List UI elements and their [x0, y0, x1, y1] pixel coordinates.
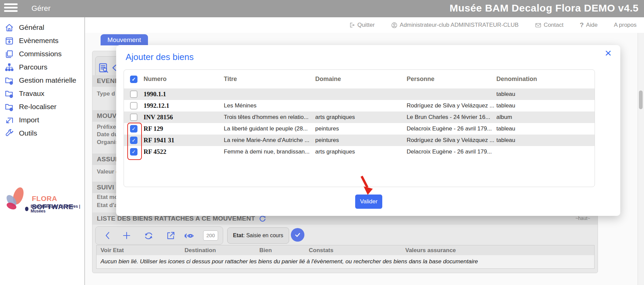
utility-nav: Quitter Administrateur-club ADMINISTRATE…: [85, 17, 644, 33]
col-destination: Destination: [185, 247, 259, 254]
chevron-left-icon[interactable]: [103, 231, 112, 240]
biens-toolbar-icons: 200: [95, 226, 223, 245]
biens-table: Voir Etat Destination Bien Constats Vale…: [96, 245, 595, 269]
cell-denomination: tableau: [496, 102, 595, 109]
scrollbar-thumb[interactable]: [639, 90, 643, 109]
red-arrow-annotation: [357, 175, 376, 197]
cell-personne: Rodríguez de Silva y Velázquez ...: [407, 137, 496, 144]
sidebar-item-gestion-materielle[interactable]: Gestion matérielle: [5, 76, 76, 85]
tab-mouvement[interactable]: Mouvement: [101, 34, 148, 45]
label-type: Type d: [97, 90, 115, 97]
biens-toolbar: 200 Etat : Saisie en cours: [95, 226, 600, 245]
cell-numero: RF 1941 31: [144, 137, 224, 144]
vertical-scrollbar[interactable]: [638, 33, 644, 285]
hamburger-menu-icon[interactable]: [4, 3, 18, 14]
col-bien: Bien: [259, 247, 309, 254]
col-voir-etat: Voir Etat: [101, 247, 185, 254]
sidebar-item-evenements[interactable]: Evènements: [5, 36, 76, 45]
pages-icon: [5, 49, 14, 59]
modal-title: Ajouter des biens: [126, 52, 194, 62]
gerer-menu-label[interactable]: Gérer: [31, 4, 50, 13]
row-checkbox[interactable]: [130, 114, 137, 121]
cell-denomination: tableau: [496, 137, 595, 144]
exit-icon: [349, 22, 355, 28]
wrench-icon: [5, 129, 14, 138]
cell-titre: Les Ménines: [224, 102, 315, 109]
cell-personne: Le Brun Charles - 24 février 16...: [407, 114, 496, 121]
biens-table-header: Voir Etat Destination Bien Constats Vale…: [96, 245, 594, 255]
sidebar-item-import[interactable]: Import: [5, 115, 76, 125]
aide-button[interactable]: ? Aide: [580, 21, 598, 29]
select-all-checkbox[interactable]: ✓: [130, 76, 137, 83]
sidebar: Général Evènements Commissions Parcours …: [0, 17, 85, 285]
count-input[interactable]: 200: [203, 230, 218, 241]
modal-table-row[interactable]: ✓RF 4522Femme à demi nue, brandissan...a…: [124, 146, 595, 158]
quitter-button[interactable]: Quitter: [349, 22, 375, 28]
sidebar-item-re-localiser[interactable]: Re-localiser: [5, 102, 76, 111]
row-checkbox[interactable]: [130, 102, 137, 109]
cell-numero: RF 4522: [144, 148, 224, 156]
modal-table: ✓ Numero Titre Domaine Personne Denomina…: [124, 69, 595, 187]
cell-titre: La reine Marie-Anne d'Autriche ...: [224, 137, 315, 144]
label-etat-mo: Etat mo: [97, 194, 118, 201]
sitemap-icon: [5, 63, 14, 72]
app-window: Gérer Musée BAM Decalog Flora DEMO v4.5 …: [0, 0, 644, 285]
sidebar-item-general[interactable]: Général: [5, 23, 76, 32]
a-propos-button[interactable]: A propos: [614, 22, 637, 28]
cell-domaine: peintures: [315, 125, 407, 132]
modal-table-row[interactable]: 1992.12.1Les MéninesRodríguez de Silva y…: [124, 100, 595, 111]
modal-table-row[interactable]: ✓RF 1941 31La reine Marie-Anne d'Autrich…: [124, 135, 595, 146]
col-valeurs-assurance: Valeurs assurance: [405, 247, 594, 254]
col-domaine: Domaine: [315, 76, 407, 83]
cell-numero: INV 28156: [144, 114, 224, 121]
contact-button[interactable]: Contact: [535, 22, 564, 28]
close-icon[interactable]: ×: [605, 47, 611, 59]
app-title: Musée BAM Decalog Flora DEMO v4.5: [450, 2, 639, 14]
cell-titre: La liberté guidant le peuple (28...: [224, 125, 315, 132]
home-icon: [5, 23, 14, 32]
check-circle-button[interactable]: [291, 228, 304, 242]
check-icon: [294, 231, 301, 238]
col-denomination: Denomination: [496, 76, 595, 83]
sidebar-item-commissions[interactable]: Commissions: [5, 49, 76, 59]
etat-status-chip[interactable]: Etat : Saisie en cours: [227, 227, 289, 244]
folder-globe-icon: [5, 102, 14, 111]
cell-domaine: peintures: [315, 137, 407, 144]
modal-table-body: 1990.1.1tableau1992.12.1Les MéninesRodrí…: [124, 88, 595, 158]
external-link-icon[interactable]: [166, 231, 175, 240]
sidebar-item-travaux[interactable]: Travaux: [5, 89, 76, 98]
recycle-icon[interactable]: [144, 231, 154, 241]
dot-icon: [25, 207, 28, 211]
folder-globe-icon: [5, 76, 14, 85]
modal-table-row[interactable]: ✓RF 129La liberté guidant le peuple (28.…: [124, 123, 595, 135]
question-icon: ?: [580, 21, 584, 29]
col-numero: Numero: [144, 76, 224, 83]
cell-numero: 1992.12.1: [144, 102, 224, 109]
haut-link[interactable]: ~haut~: [575, 216, 590, 221]
sidebar-item-outils[interactable]: Outils: [5, 128, 76, 138]
sidebar-item-parcours[interactable]: Parcours: [5, 62, 76, 72]
ajouter-des-biens-modal: Ajouter des biens × ✓ Numero Titre Domai…: [116, 45, 620, 216]
modal-table-header: ✓ Numero Titre Domaine Personne Denomina…: [124, 70, 595, 88]
envelope-icon: [535, 22, 541, 28]
top-bar: Gérer Musée BAM Decalog Flora DEMO v4.5: [0, 0, 644, 17]
cell-domaine: arts graphiques: [315, 148, 407, 155]
col-personne: Personne: [407, 76, 496, 83]
cell-denomination: tableau: [496, 125, 595, 132]
modal-table-row[interactable]: INV 28156Trois têtes d'hommes en relatio…: [124, 111, 595, 123]
list-search-icon[interactable]: [98, 62, 109, 73]
modal-table-row[interactable]: 1990.1.1tableau: [124, 88, 595, 100]
cell-numero: 1990.1.1: [144, 90, 224, 98]
cell-personne: Delacroix Eugène - 26 avril 179...: [407, 148, 496, 155]
plus-icon[interactable]: [122, 231, 131, 240]
cell-titre: Trois têtes d'hommes en relatio...: [224, 114, 315, 121]
user-menu[interactable]: Administrateur-club ADMINISTRATEUR-CLUB: [391, 22, 519, 28]
red-highlight-annotation: [127, 123, 142, 160]
cell-personne: Delacroix Eugène - 26 avril 179...: [407, 125, 496, 132]
watch-eye-icon[interactable]: [184, 231, 194, 241]
row-checkbox[interactable]: [130, 90, 137, 98]
empty-table-message: Aucun bien lié. Utiliser les icones ci d…: [96, 255, 594, 265]
cell-numero: RF 129: [144, 125, 224, 133]
import-icon: [5, 116, 14, 125]
col-constats: Constats: [309, 247, 405, 254]
